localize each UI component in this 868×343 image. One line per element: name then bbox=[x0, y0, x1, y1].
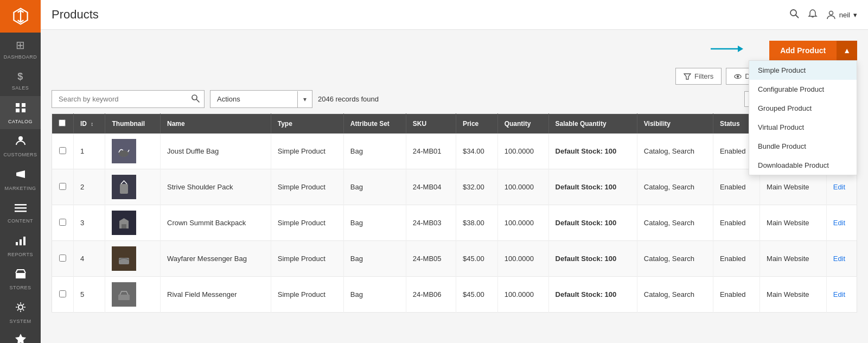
row-salable-quantity: Default Stock: 100 bbox=[548, 277, 637, 313]
row-attribute-set: Bag bbox=[343, 169, 406, 205]
customers-icon bbox=[15, 135, 27, 150]
row-id: 3 bbox=[74, 205, 105, 241]
sidebar-item-reports[interactable]: Reports bbox=[0, 229, 41, 263]
add-product-dropdown-button[interactable]: ▲ bbox=[837, 41, 857, 60]
add-product-button[interactable]: Add Product bbox=[769, 41, 837, 60]
th-select-all bbox=[52, 114, 74, 134]
row-name: Crown Summit Backpack bbox=[161, 205, 271, 241]
row-websites: Main Website bbox=[760, 277, 827, 313]
eye-icon bbox=[734, 73, 742, 80]
actions-dropdown-button[interactable]: ▾ bbox=[297, 91, 312, 107]
row-type: Simple Product bbox=[271, 205, 343, 241]
row-checkbox[interactable] bbox=[59, 147, 66, 154]
sidebar-item-customers[interactable]: CUSTOMERS bbox=[0, 129, 41, 163]
dropdown-item-simple[interactable]: Simple Product bbox=[749, 61, 857, 80]
th-id[interactable]: ID ↕ bbox=[74, 114, 105, 134]
table-row: 3 Crown Summit Backpack Simple Product B… bbox=[52, 205, 857, 241]
find-partners-icon bbox=[15, 333, 27, 343]
row-sku: 24-MB04 bbox=[406, 169, 456, 205]
row-id: 1 bbox=[74, 134, 105, 169]
filter-row: Filters Default View Columns bbox=[52, 68, 857, 85]
row-visibility: Catalog, Search bbox=[637, 205, 713, 241]
catalog-icon bbox=[15, 101, 27, 117]
filter-label: Filters bbox=[694, 72, 713, 80]
sort-icon-id: ↕ bbox=[91, 121, 93, 127]
row-name: Strive Shoulder Pack bbox=[161, 169, 271, 205]
th-visibility[interactable]: Visibility bbox=[637, 114, 713, 134]
sidebar-item-stores[interactable]: STORES bbox=[0, 262, 41, 296]
sidebar: ⊞ DASHBOARD $ SALES CATALOG CUSTOMERS MA… bbox=[0, 0, 41, 343]
row-thumbnail bbox=[105, 241, 161, 277]
add-product-btn-group: Add Product ▲ Simple Product Configurabl… bbox=[769, 41, 857, 60]
row-id: 4 bbox=[74, 241, 105, 277]
row-salable-quantity: Default Stock: 100 bbox=[548, 134, 637, 169]
actions-select[interactable]: Actions Delete Change Status Update Attr… bbox=[210, 91, 297, 107]
th-attribute-set[interactable]: Attribute Set bbox=[343, 114, 406, 134]
row-visibility: Catalog, Search bbox=[637, 277, 713, 313]
row-thumbnail bbox=[105, 169, 161, 205]
svg-rect-1 bbox=[22, 103, 25, 107]
edit-link[interactable]: Edit bbox=[833, 255, 845, 263]
edit-link[interactable]: Edit bbox=[833, 219, 845, 227]
th-type[interactable]: Type bbox=[271, 114, 343, 134]
table-header: ID ↕ Thumbnail Name Type Attribute Set S… bbox=[52, 114, 857, 134]
filter-icon bbox=[684, 73, 691, 80]
th-thumbnail: Thumbnail bbox=[105, 114, 161, 134]
username: neil bbox=[839, 11, 850, 19]
row-visibility: Catalog, Search bbox=[637, 241, 713, 277]
row-checkbox[interactable] bbox=[59, 219, 66, 226]
row-type: Simple Product bbox=[271, 241, 343, 277]
row-quantity: 100.0000 bbox=[497, 134, 548, 169]
notification-icon[interactable] bbox=[808, 9, 818, 21]
dashboard-icon: ⊞ bbox=[16, 38, 25, 52]
product-thumbnail-img bbox=[112, 139, 136, 163]
row-checkbox[interactable] bbox=[59, 183, 66, 190]
search-icon[interactable] bbox=[789, 9, 799, 21]
row-status: Enabled bbox=[713, 241, 760, 277]
sidebar-item-find-partners[interactable]: FIND PARTNERS & EXTENSIONS bbox=[0, 329, 41, 343]
svg-point-20 bbox=[737, 75, 739, 78]
table-row: 4 Wayfarer Messenger Bag Simple Product … bbox=[52, 241, 857, 277]
dropdown-item-downloadable[interactable]: Downloadable Product bbox=[749, 156, 857, 175]
arrow-indicator bbox=[711, 42, 743, 59]
th-name[interactable]: Name bbox=[161, 114, 271, 134]
th-salable-quantity[interactable]: Salable Quantity bbox=[548, 114, 637, 134]
edit-link[interactable]: Edit bbox=[833, 183, 845, 191]
dropdown-item-virtual[interactable]: Virtual Product bbox=[749, 118, 857, 137]
svg-rect-27 bbox=[120, 184, 128, 194]
dropdown-item-configurable[interactable]: Configurable Product bbox=[749, 80, 857, 99]
sidebar-item-marketing[interactable]: MARKETING bbox=[0, 163, 41, 196]
sidebar-item-catalog[interactable]: CATALOG bbox=[0, 96, 41, 130]
filters-button[interactable]: Filters bbox=[675, 68, 722, 85]
search-input[interactable] bbox=[52, 91, 204, 107]
svg-rect-10 bbox=[20, 239, 22, 245]
row-thumbnail bbox=[105, 205, 161, 241]
topbar-actions: neil ▾ bbox=[789, 9, 857, 21]
table-row: 5 Rival Field Messenger Simple Product B… bbox=[52, 277, 857, 313]
sidebar-item-system[interactable]: SYSTEM bbox=[0, 296, 41, 329]
topbar: Products neil ▾ bbox=[41, 0, 868, 30]
user-menu[interactable]: neil ▾ bbox=[826, 10, 857, 20]
row-status: Enabled bbox=[713, 277, 760, 313]
row-checkbox[interactable] bbox=[59, 290, 66, 297]
sidebar-logo[interactable] bbox=[0, 0, 41, 33]
th-price[interactable]: Price bbox=[456, 114, 497, 134]
row-sku: 24-MB03 bbox=[406, 205, 456, 241]
sidebar-item-content[interactable]: CONTENT bbox=[0, 196, 41, 229]
sidebar-item-label: MARKETING bbox=[4, 186, 36, 192]
sidebar-item-dashboard[interactable]: ⊞ DASHBOARD bbox=[0, 33, 41, 65]
search-submit-button[interactable] bbox=[191, 94, 200, 105]
row-checkbox[interactable] bbox=[59, 255, 66, 262]
sidebar-item-sales[interactable]: $ SALES bbox=[0, 65, 41, 96]
th-quantity[interactable]: Quantity bbox=[497, 114, 548, 134]
edit-link[interactable]: Edit bbox=[833, 290, 845, 298]
row-id: 5 bbox=[74, 277, 105, 313]
th-sku[interactable]: SKU bbox=[406, 114, 456, 134]
reports-icon bbox=[15, 234, 27, 250]
dropdown-item-bundle[interactable]: Bundle Product bbox=[749, 137, 857, 156]
row-attribute-set: Bag bbox=[343, 241, 406, 277]
svg-rect-0 bbox=[16, 103, 20, 107]
dropdown-item-grouped[interactable]: Grouped Product bbox=[749, 99, 857, 118]
select-all-checkbox[interactable] bbox=[59, 119, 66, 126]
sales-icon: $ bbox=[17, 71, 23, 83]
